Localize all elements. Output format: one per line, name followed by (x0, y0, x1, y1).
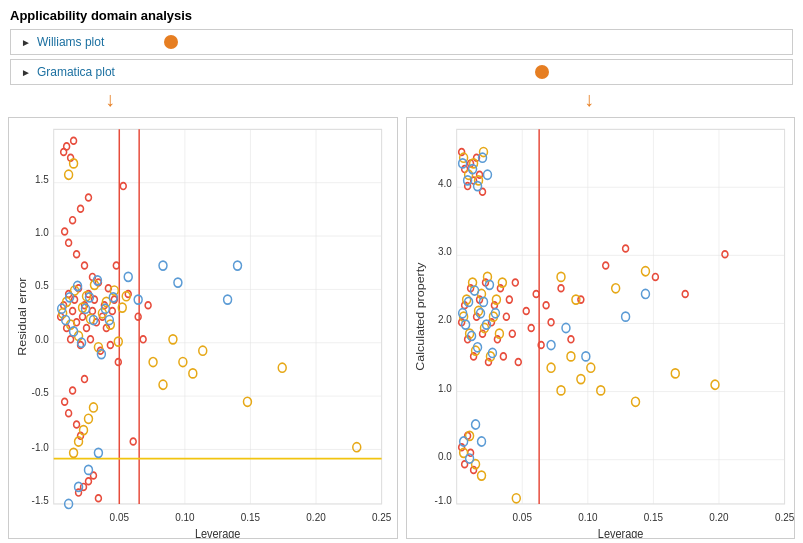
svg-text:-1.5: -1.5 (32, 493, 49, 506)
williams-plot-inner: 0.05 0.10 0.15 0.20 0.25 -1.5 -1.0 -0.5 … (9, 118, 397, 538)
gramatica-plot-row[interactable]: ► Gramatica plot (10, 59, 793, 85)
plots-section: 0.05 0.10 0.15 0.20 0.25 -1.5 -1.0 -0.5 … (0, 113, 803, 543)
svg-text:Residual error: Residual error (16, 277, 28, 355)
svg-text:0.5: 0.5 (35, 279, 49, 292)
gramatica-plot-label: Gramatica plot (37, 65, 115, 79)
williams-plot-label: Williams plot (37, 35, 104, 49)
svg-text:0.15: 0.15 (241, 510, 260, 523)
gramatica-plot-container: 0.05 0.10 0.15 0.20 0.25 -1.0 0.0 1.0 2.… (406, 117, 796, 539)
svg-rect-145 (456, 129, 784, 504)
svg-text:4.0: 4.0 (437, 177, 451, 190)
svg-text:-1.0: -1.0 (32, 440, 49, 453)
gramatica-arrow-icon: ► (21, 67, 31, 78)
gramatica-plot-inner: 0.05 0.10 0.15 0.20 0.25 -1.0 0.0 1.0 2.… (407, 118, 795, 538)
svg-text:Leverage: Leverage (597, 526, 643, 538)
svg-text:Calculated property: Calculated property (413, 262, 425, 370)
svg-text:3.0: 3.0 (437, 245, 451, 258)
williams-plot-container: 0.05 0.10 0.15 0.20 0.25 -1.5 -1.0 -0.5 … (8, 117, 398, 539)
svg-text:0.0: 0.0 (437, 449, 451, 462)
svg-text:0.10: 0.10 (578, 510, 597, 523)
gramatica-orange-dot (535, 65, 549, 79)
header-section: Applicability domain analysis ► Williams… (0, 0, 803, 113)
williams-plot-svg: 0.05 0.10 0.15 0.20 0.25 -1.5 -1.0 -0.5 … (9, 118, 397, 538)
svg-text:-0.5: -0.5 (32, 385, 49, 398)
svg-text:0.05: 0.05 (110, 510, 129, 523)
svg-text:0.10: 0.10 (175, 510, 194, 523)
svg-text:0.0: 0.0 (35, 332, 49, 345)
svg-text:0.15: 0.15 (643, 510, 662, 523)
williams-arrow-icon: ► (21, 37, 31, 48)
svg-text:1.0: 1.0 (35, 225, 49, 238)
svg-rect-0 (54, 129, 382, 504)
svg-text:1.5: 1.5 (35, 172, 49, 185)
svg-text:0.20: 0.20 (709, 510, 728, 523)
williams-plot-row[interactable]: ► Williams plot (10, 29, 793, 55)
page-container: Applicability domain analysis ► Williams… (0, 0, 803, 543)
williams-down-arrow: ↓ (105, 89, 115, 109)
gramatica-down-arrow: ↓ (584, 89, 594, 109)
svg-text:0.20: 0.20 (306, 510, 325, 523)
svg-text:-1.0: -1.0 (434, 493, 451, 506)
williams-orange-dot (164, 35, 178, 49)
svg-text:0.25: 0.25 (774, 510, 793, 523)
svg-text:1.0: 1.0 (437, 381, 451, 394)
gramatica-plot-svg: 0.05 0.10 0.15 0.20 0.25 -1.0 0.0 1.0 2.… (407, 118, 795, 538)
svg-text:Leverage: Leverage (195, 526, 241, 538)
svg-text:0.25: 0.25 (372, 510, 391, 523)
svg-text:0.05: 0.05 (512, 510, 531, 523)
svg-text:2.0: 2.0 (437, 313, 451, 326)
page-title: Applicability domain analysis (10, 8, 793, 23)
